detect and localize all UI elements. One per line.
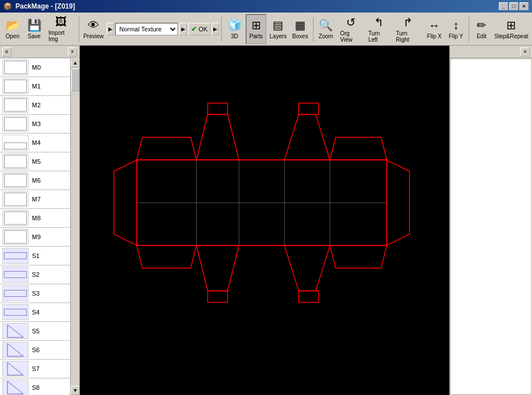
svg-rect-5 (5, 155, 27, 168)
svg-rect-9 (5, 231, 27, 243)
3d-icon: 🧊 (228, 18, 242, 32)
app-title: PackMage - [Z019] (15, 2, 75, 10)
step-repeat-button[interactable]: ⊞ Step&Repeat (493, 14, 530, 44)
parts-scrollbar[interactable]: ▲ ▼ (70, 58, 79, 395)
turn-right-button[interactable]: ↱ Turn Right (393, 14, 423, 44)
list-item[interactable]: S2 (0, 265, 70, 284)
org-view-icon: ↺ (346, 15, 356, 29)
step-repeat-label: Step&Repeat (494, 33, 529, 39)
edit-label: Edit (477, 33, 486, 39)
list-item[interactable]: S4 (0, 303, 70, 322)
boxes-button[interactable]: ▦ Boxes (290, 14, 311, 44)
import-icon: 🖼 (55, 15, 67, 29)
svg-rect-13 (5, 309, 27, 315)
svg-rect-7 (5, 193, 27, 205)
parts-list: M0 M1 M2 (0, 58, 70, 395)
list-item[interactable]: M8 (0, 209, 70, 228)
svg-marker-34 (330, 245, 387, 268)
part-thumbnail (2, 285, 29, 301)
svg-marker-16 (7, 362, 23, 375)
layers-button[interactable]: ▤ Layers (267, 14, 289, 44)
ok-next-arrow[interactable]: ▶ (212, 23, 219, 35)
parts-icon: ⊞ (251, 18, 261, 32)
svg-marker-39 (387, 160, 409, 245)
flip-x-icon: ↔ (429, 19, 440, 32)
preview-button[interactable]: 👁 Preview (82, 14, 106, 44)
part-thumbnail (2, 78, 29, 94)
list-item[interactable]: S1 (0, 247, 70, 265)
list-item[interactable]: S5 (0, 322, 70, 341)
preview-arrow[interactable]: ▶ (107, 23, 114, 35)
texture-next-arrow[interactable]: ▶ (179, 23, 187, 35)
ok-button[interactable]: ✔ OK (188, 23, 210, 35)
svg-rect-11 (5, 271, 27, 277)
part-label: S3 (32, 290, 39, 297)
list-item[interactable]: M2 (0, 96, 70, 115)
svg-rect-36 (299, 291, 319, 303)
list-item[interactable]: M5 (0, 152, 70, 171)
svg-marker-17 (7, 381, 23, 394)
svg-marker-15 (7, 344, 23, 356)
svg-rect-2 (5, 99, 27, 111)
flip-x-button[interactable]: ↔ Flip X (424, 14, 445, 44)
org-view-label: Org View (340, 30, 361, 43)
list-item[interactable]: S7 (0, 360, 70, 378)
part-label: S7 (32, 365, 39, 372)
scroll-down-button[interactable]: ▼ (71, 386, 79, 395)
panel-menu-button[interactable]: ≡ (2, 47, 11, 57)
svg-rect-29 (299, 103, 319, 115)
save-button[interactable]: 💾 Save (24, 14, 44, 44)
list-item[interactable]: M7 (0, 190, 70, 209)
right-panel: × (449, 46, 532, 395)
turn-right-label: Turn Right (396, 30, 420, 43)
part-label: S2 (32, 271, 39, 278)
turn-left-icon: ↰ (374, 15, 384, 29)
list-item[interactable]: M3 (0, 115, 70, 134)
part-thumbnail (2, 323, 29, 339)
list-item[interactable]: M4 (0, 134, 70, 152)
list-item[interactable]: M1 (0, 77, 70, 96)
list-item[interactable]: S8 (0, 378, 70, 395)
svg-rect-35 (208, 291, 228, 303)
svg-rect-8 (5, 212, 27, 224)
part-label: M8 (32, 215, 40, 221)
part-label: S8 (32, 384, 39, 391)
edit-icon: ✏ (477, 18, 486, 32)
zoom-button[interactable]: 🔍 Zoom (315, 14, 336, 44)
texture-dropdown-group: Normal Texture Bump Map ▶ (115, 23, 187, 35)
part-thumbnail (2, 97, 29, 113)
flip-y-label: Flip Y (449, 33, 463, 39)
scroll-thumb[interactable] (71, 68, 79, 91)
list-item[interactable]: S6 (0, 341, 70, 360)
panel-close-button[interactable]: × (68, 47, 77, 57)
texture-dropdown[interactable]: Normal Texture Bump Map (115, 23, 178, 35)
open-button[interactable]: 📂 Open (2, 14, 23, 44)
list-item[interactable]: S3 (0, 284, 70, 303)
list-item[interactable]: M0 (0, 58, 70, 77)
edit-button[interactable]: ✏ Edit (472, 14, 492, 44)
close-window-button[interactable]: × (519, 2, 529, 10)
turn-left-button[interactable]: ↰ Turn Left (366, 14, 392, 44)
part-thumbnail (2, 248, 29, 264)
parts-button[interactable]: ⊞ Parts (246, 14, 266, 44)
canvas-area[interactable] (80, 46, 449, 395)
part-thumbnail (2, 361, 29, 377)
3d-button[interactable]: 🧊 3D (224, 14, 245, 44)
list-item[interactable]: M9 (0, 228, 70, 247)
scroll-up-button[interactable]: ▲ (71, 58, 79, 67)
minimize-button[interactable]: _ (499, 2, 508, 10)
preview-icon: 👁 (88, 19, 99, 32)
flip-y-button[interactable]: ↕ Flip Y (446, 14, 466, 44)
maximize-button[interactable]: □ (509, 2, 518, 10)
svg-marker-32 (285, 245, 330, 291)
org-view-button[interactable]: ↺ Org View (337, 14, 364, 44)
part-thumbnail (2, 304, 29, 320)
svg-marker-27 (330, 137, 387, 160)
import-img-button[interactable]: 🖼 Import Img (46, 14, 76, 44)
toolbar-separator-1 (79, 17, 79, 42)
svg-rect-0 (5, 61, 27, 74)
zoom-label: Zoom (319, 33, 334, 39)
list-item[interactable]: M6 (0, 171, 70, 190)
right-panel-close-button[interactable]: × (521, 47, 530, 57)
app-icon: 📦 (3, 2, 12, 10)
